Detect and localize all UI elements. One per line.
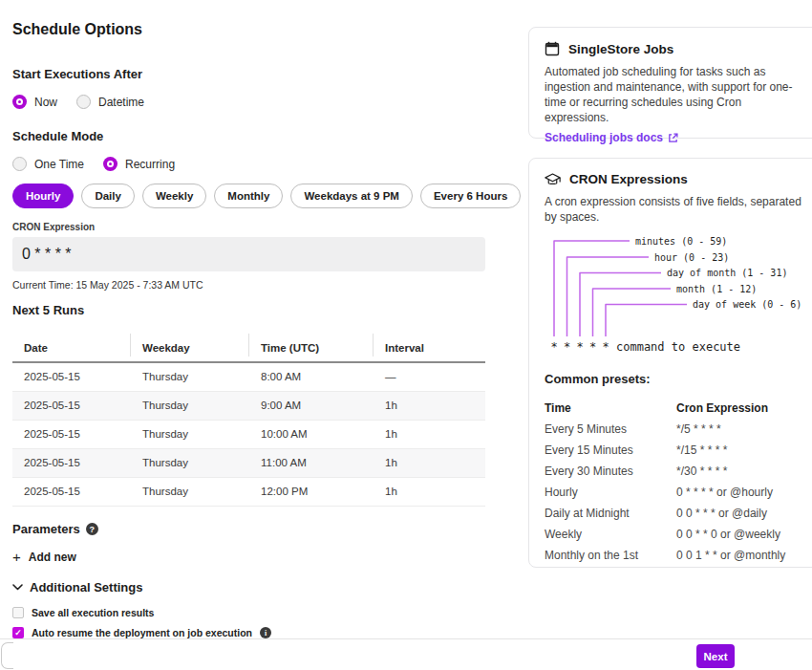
- common-presets-table: Time Cron Expression Every 5 Minutes */5…: [545, 398, 807, 566]
- additional-settings-toggle[interactable]: Additional Settings: [12, 580, 142, 595]
- checkbox-auto-resume-label: Auto resume the deployment on job execut…: [32, 627, 252, 638]
- table-header-row: Date Weekday Time (UTC) Interval: [12, 334, 485, 362]
- singlestore-jobs-card: SingleStore Jobs Automated job schedulin…: [528, 27, 812, 139]
- checkbox-auto-resume[interactable]: ✓ Auto resume the deployment on job exec…: [12, 627, 271, 639]
- checkbox-save-results[interactable]: Save all execution results: [12, 607, 154, 619]
- checkbox-checked-icon: ✓: [12, 627, 24, 638]
- diagram-star: *: [576, 340, 583, 354]
- preset-time: Every 30 Minutes: [545, 461, 676, 482]
- table-row: 2025-05-15 Thursday 12:00 PM 1h: [12, 477, 485, 506]
- cell-weekday: Thursday: [131, 448, 249, 477]
- info-icon[interactable]: i: [260, 627, 271, 638]
- diagram-label-hour: hour (0 - 23): [654, 252, 729, 263]
- presets-col-time: Time: [545, 398, 676, 419]
- footer-divider: [0, 638, 812, 639]
- radio-recurring-label: Recurring: [125, 158, 175, 171]
- cell-interval: 1h: [374, 448, 485, 477]
- radio-now-label: Now: [34, 96, 57, 109]
- radio-one-time[interactable]: One Time: [12, 157, 84, 171]
- help-icon[interactable]: ?: [86, 523, 98, 535]
- cell-time: 11:00 AM: [249, 448, 374, 477]
- chip-hourly[interactable]: Hourly: [12, 184, 74, 208]
- additional-settings-label: Additional Settings: [30, 580, 142, 595]
- cell-date: 2025-05-15: [12, 448, 131, 477]
- chevron-down-icon: [12, 584, 23, 591]
- presets-col-cron: Cron Expression: [676, 398, 807, 419]
- preset-value: */15 * * * *: [676, 440, 807, 461]
- cell-time: 9:00 AM: [249, 391, 374, 420]
- external-link-icon: [668, 133, 678, 143]
- diagram-star: *: [550, 340, 557, 354]
- preset-value: 0 0 * * * or @daily: [676, 503, 807, 524]
- preset-time: Daily at Midnight: [545, 503, 676, 524]
- cell-weekday: Thursday: [131, 362, 249, 391]
- radio-selected-icon: [103, 157, 118, 171]
- table-row: 2025-05-15 Thursday 11:00 AM 1h: [12, 448, 485, 477]
- cell-time: 8:00 AM: [249, 362, 374, 391]
- col-date: Date: [12, 334, 131, 362]
- jobs-card-title: SingleStore Jobs: [568, 42, 673, 56]
- calendar-icon: [545, 41, 560, 56]
- scheduling-docs-link-label: Scheduling jobs docs: [545, 131, 663, 144]
- cell-date: 2025-05-15: [12, 391, 131, 420]
- chip-every-6-hours[interactable]: Every 6 Hours: [420, 184, 521, 208]
- diagram-label-day-of-week: day of week (0 - 6): [693, 299, 801, 310]
- start-executions-radio-group: Now Datetime: [12, 95, 485, 109]
- schedule-mode-radio-group: One Time Recurring: [12, 157, 485, 171]
- clipped-element: [1, 642, 13, 669]
- diagram-star: *: [602, 340, 609, 354]
- cron-expression-label: CRON Expression: [12, 222, 485, 233]
- chip-weekdays-9pm[interactable]: Weekdays at 9 PM: [290, 184, 413, 208]
- diagram-label-day-of-month: day of month (1 - 31): [667, 268, 787, 278]
- cell-time: 12:00 PM: [249, 477, 374, 506]
- cell-interval: —: [374, 362, 485, 391]
- chip-monthly[interactable]: Monthly: [214, 184, 283, 208]
- preset-time: Every 5 Minutes: [545, 419, 676, 440]
- add-new-button[interactable]: + Add new: [12, 551, 76, 564]
- schedule-options-page: Schedule Options Start Executions After …: [0, 0, 812, 670]
- chip-weekly[interactable]: Weekly: [142, 184, 206, 208]
- preset-value: */30 * * * *: [676, 461, 807, 482]
- current-time-text: Current Time: 15 May 2025 - 7:33 AM UTC: [12, 279, 485, 292]
- chip-daily[interactable]: Daily: [81, 184, 135, 208]
- col-interval: Interval: [374, 334, 485, 362]
- diagram-command-text: command to execute: [616, 340, 740, 354]
- table-row: 2025-05-15 Thursday 10:00 AM 1h: [12, 420, 485, 448]
- preset-value: 0 * * * * or @hourly: [676, 482, 807, 503]
- cron-card-header: CRON Expressions: [545, 172, 807, 186]
- next-runs-table: Date Weekday Time (UTC) Interval 2025-05…: [12, 334, 485, 507]
- radio-one-time-label: One Time: [34, 158, 84, 171]
- next-runs-heading: Next 5 Runs: [12, 303, 485, 318]
- table-row: 2025-05-15 Thursday 9:00 AM 1h: [12, 391, 485, 420]
- col-time-utc: Time (UTC): [249, 334, 374, 362]
- cell-interval: 1h: [374, 391, 485, 420]
- cell-weekday: Thursday: [131, 391, 249, 420]
- parameters-label: Parameters: [12, 522, 80, 537]
- preset-value: 0 0 1 * * or @monthly: [676, 545, 807, 566]
- cron-fields-diagram: minutes (0 - 59) hour (0 - 23) day of mo…: [541, 231, 808, 357]
- common-presets-heading: Common presets:: [545, 372, 807, 386]
- radio-now[interactable]: Now: [12, 95, 57, 109]
- radio-datetime-label: Datetime: [98, 96, 144, 109]
- radio-datetime[interactable]: Datetime: [76, 95, 144, 109]
- cron-expression-input[interactable]: 0 * * * *: [12, 237, 485, 271]
- schedule-mode-heading: Schedule Mode: [12, 129, 485, 144]
- scheduling-docs-link[interactable]: Scheduling jobs docs: [545, 131, 678, 144]
- start-executions-heading: Start Executions After: [12, 67, 485, 82]
- diagram-star: *: [589, 340, 596, 354]
- cell-interval: 1h: [374, 477, 485, 506]
- preset-chips: Hourly Daily Weekly Monthly Weekdays at …: [12, 184, 485, 208]
- next-button[interactable]: Next: [696, 644, 735, 668]
- cron-card-title: CRON Expressions: [569, 172, 688, 186]
- jobs-card-description: Automated job scheduling for tasks such …: [545, 64, 807, 125]
- preset-value: */5 * * * *: [676, 419, 807, 440]
- diagram-star: *: [564, 340, 570, 354]
- preset-time: Monthly on the 1st: [545, 545, 676, 566]
- cron-expressions-card: CRON Expressions A cron expression consi…: [528, 158, 812, 568]
- add-new-label: Add new: [29, 551, 76, 564]
- cell-time: 10:00 AM: [249, 420, 374, 448]
- cell-date: 2025-05-15: [12, 420, 131, 448]
- cell-date: 2025-05-15: [12, 477, 131, 506]
- preset-time: Weekly: [545, 524, 676, 545]
- radio-recurring[interactable]: Recurring: [103, 157, 175, 171]
